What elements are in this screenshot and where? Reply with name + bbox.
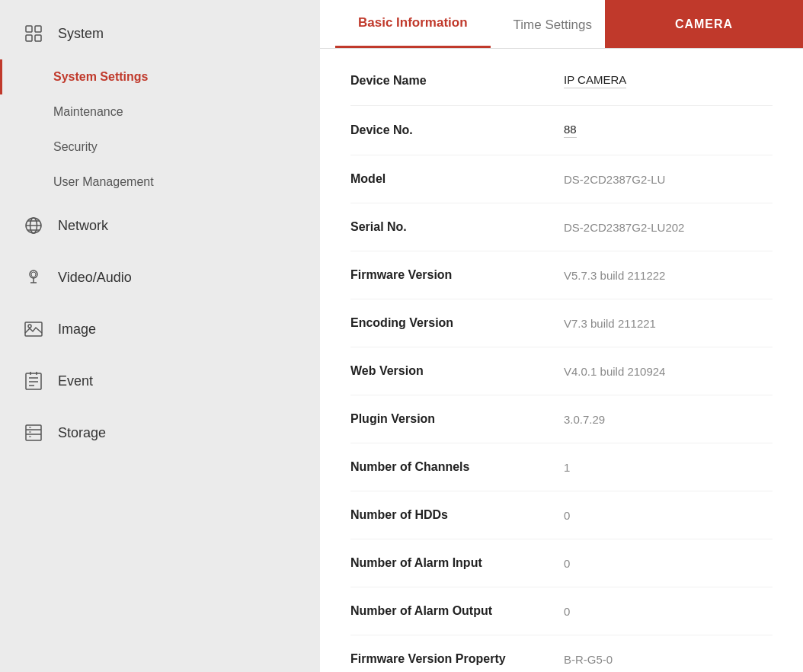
info-row-serial-no: Serial No.DS-2CD2387G2-LU202 (350, 203, 773, 251)
info-value-encoding-version: V7.3 build 211221 (564, 317, 656, 330)
info-value-num-alarm-input: 0 (564, 557, 570, 570)
info-value-firmware-version-property: B-R-G5-0 (564, 653, 613, 666)
info-label-model: Model (350, 172, 564, 186)
main-content: Basic Information Time Settings DST RS C… (320, 0, 803, 672)
info-table: Device NameIP CAMERADevice No.88ModelDS-… (320, 49, 803, 672)
info-row-plugin-version: Plugin Version3.0.7.29 (350, 395, 773, 443)
info-label-firmware-version: Firmware Version (350, 268, 564, 282)
sidebar-video-audio-label: Video/Audio (58, 270, 132, 286)
info-label-plugin-version: Plugin Version (350, 412, 564, 426)
sidebar-item-event[interactable]: Event (0, 355, 320, 407)
sidebar-maintenance-label: Maintenance (53, 105, 123, 118)
sidebar-item-video-audio[interactable]: Video/Audio (0, 251, 320, 303)
tab-time-settings[interactable]: Time Settings (491, 2, 615, 48)
storage-icon (23, 422, 44, 443)
info-value-device-name[interactable]: IP CAMERA (564, 73, 626, 88)
info-label-num-alarm-input: Number of Alarm Input (350, 556, 564, 570)
image-icon (23, 318, 44, 340)
video-audio-icon (23, 267, 44, 288)
svg-rect-0 (26, 26, 32, 32)
system-icon (23, 23, 44, 44)
sidebar-item-security[interactable]: Security (0, 130, 320, 165)
info-row-num-channels: Number of Channels1 (350, 443, 773, 491)
svg-rect-2 (26, 35, 32, 41)
info-row-firmware-version: Firmware VersionV5.7.3 build 211222 (350, 251, 773, 299)
tabs-bar: Basic Information Time Settings DST RS C… (320, 0, 803, 49)
info-label-device-name: Device Name (350, 74, 564, 88)
info-row-device-no: Device No.88 (350, 106, 773, 155)
sidebar-system-label: System (58, 26, 104, 42)
info-value-web-version: V4.0.1 build 210924 (564, 365, 665, 378)
info-label-serial-no: Serial No. (350, 220, 564, 234)
info-row-device-name: Device NameIP CAMERA (350, 56, 773, 106)
event-icon (23, 370, 44, 392)
sidebar-item-image[interactable]: Image (0, 303, 320, 355)
info-row-num-alarm-output: Number of Alarm Output0 (350, 587, 773, 635)
sidebar-item-storage[interactable]: Storage (0, 407, 320, 459)
info-label-firmware-version-property: Firmware Version Property (350, 652, 564, 666)
svg-rect-1 (35, 26, 41, 32)
sidebar: System System Settings Maintenance Secur… (0, 0, 320, 672)
info-row-num-alarm-input: Number of Alarm Input0 (350, 539, 773, 587)
info-row-firmware-version-property: Firmware Version PropertyB-R-G5-0 (350, 635, 773, 672)
info-label-num-channels: Number of Channels (350, 460, 564, 474)
info-value-plugin-version: 3.0.7.29 (564, 413, 605, 426)
info-value-serial-no: DS-2CD2387G2-LU202 (564, 221, 684, 234)
sidebar-user-management-label: User Management (53, 175, 154, 188)
info-row-model: ModelDS-2CD2387G2-LU (350, 155, 773, 203)
info-row-web-version: Web VersionV4.0.1 build 210924 (350, 347, 773, 395)
info-label-num-hdds: Number of HDDs (350, 508, 564, 522)
network-icon (23, 215, 44, 236)
sidebar-item-user-management[interactable]: User Management (0, 165, 320, 200)
info-value-firmware-version: V5.7.3 build 211222 (564, 269, 665, 282)
info-label-num-alarm-output: Number of Alarm Output (350, 604, 564, 618)
info-value-num-channels: 1 (564, 461, 570, 474)
sidebar-image-label: Image (58, 322, 96, 338)
sidebar-network-label: Network (58, 218, 108, 234)
camera-banner: CAMERA (605, 0, 803, 48)
info-value-num-alarm-output: 0 (564, 605, 570, 618)
info-row-num-hdds: Number of HDDs0 (350, 491, 773, 539)
info-row-encoding-version: Encoding VersionV7.3 build 211221 (350, 299, 773, 347)
sidebar-item-system-settings[interactable]: System Settings (0, 59, 320, 94)
info-value-model: DS-2CD2387G2-LU (564, 173, 665, 186)
sidebar-item-maintenance[interactable]: Maintenance (0, 94, 320, 130)
svg-rect-12 (25, 322, 42, 336)
tab-basic-info[interactable]: Basic Information (335, 0, 491, 48)
svg-rect-3 (35, 35, 41, 41)
sidebar-item-network[interactable]: Network (0, 200, 320, 251)
info-label-device-no: Device No. (350, 123, 564, 137)
sidebar-system-settings-label: System Settings (53, 70, 148, 83)
sidebar-event-label: Event (58, 373, 93, 389)
info-label-encoding-version: Encoding Version (350, 316, 564, 330)
info-value-num-hdds: 0 (564, 509, 570, 522)
info-label-web-version: Web Version (350, 364, 564, 378)
sidebar-storage-label: Storage (58, 425, 106, 441)
sidebar-item-system[interactable]: System (0, 8, 320, 59)
svg-point-13 (28, 325, 31, 328)
svg-rect-20 (26, 425, 41, 440)
info-value-device-no[interactable]: 88 (564, 123, 577, 138)
sidebar-security-label: Security (53, 140, 98, 153)
